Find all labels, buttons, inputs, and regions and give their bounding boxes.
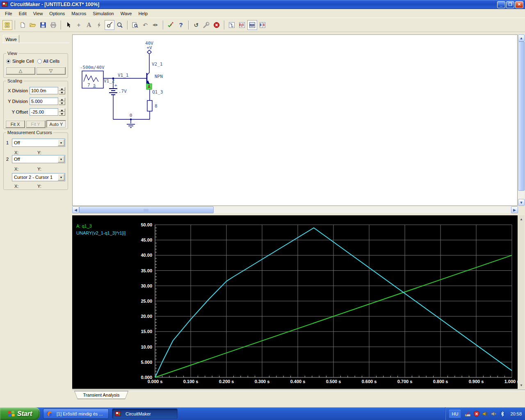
single-cell-radio[interactable] (6, 59, 11, 64)
auto-y-button[interactable]: Auto Y (46, 120, 66, 128)
volume-icon[interactable] (482, 411, 488, 417)
zoom-area-button[interactable] (130, 20, 140, 30)
cell-down-button[interactable]: ▽ (36, 67, 66, 75)
y-offset-label: Y Offset (5, 110, 30, 114)
scroll-up-arrow[interactable]: ▲ (518, 216, 525, 222)
spin-up-icon[interactable] (59, 87, 65, 91)
utilities-button[interactable] (201, 20, 211, 30)
text-tool-icon: A (87, 22, 91, 28)
plot-vertical-scrollbar[interactable]: ▲ ▼ (518, 215, 525, 389)
analog-scope-button[interactable] (247, 20, 257, 30)
schematic-canvas[interactable]: 40V +V V2_1 NPN A Q1_3 8 0 -500m/40V 7 s… (72, 34, 518, 206)
parts-tool-button[interactable] (2, 20, 12, 30)
language-indicator[interactable]: HU (449, 410, 461, 418)
spin-down-icon[interactable] (59, 91, 65, 94)
scroll-down-arrow[interactable]: ▼ (518, 382, 525, 388)
scroll-left-arrow[interactable]: ◀ (72, 206, 79, 213)
tab-transient-analysis[interactable]: Transient Analysis (74, 391, 128, 399)
probe-tool-button[interactable] (105, 20, 114, 30)
security-shield-icon[interactable] (473, 411, 480, 417)
start-button[interactable]: Start (0, 407, 40, 420)
help-button[interactable]: ? (176, 20, 186, 30)
cursors-caption: Measurement Cursors (6, 130, 53, 135)
menu-wave[interactable]: Wave (117, 10, 135, 17)
probe-setup-button[interactable] (227, 20, 237, 30)
scroll-up-arrow[interactable]: ▲ (518, 34, 525, 41)
menu-file[interactable]: File (2, 10, 16, 17)
firefox-icon (46, 411, 52, 417)
y-division-input[interactable] (30, 98, 58, 105)
cursor2-x-label: X: (14, 167, 18, 171)
new-document-button[interactable] (18, 20, 27, 30)
trace-legend-cyan[interactable]: UNARY(v2_1-q1_3)*r1[i] (76, 231, 126, 235)
cursor1-select[interactable]: Off ▼ (12, 139, 65, 147)
circuit-horizontal-scrollbar[interactable]: ◀ ▶ (72, 206, 518, 213)
close-button[interactable]: ✕ (515, 1, 523, 8)
text-tool-button[interactable]: A (84, 20, 94, 30)
plus-tool-button[interactable]: + (74, 20, 84, 30)
mixed-scope-button[interactable] (258, 20, 267, 30)
bluetooth-icon[interactable] (499, 411, 506, 417)
menu-help[interactable]: Help (135, 10, 151, 17)
taskbar-item-firefox[interactable]: [1] Erősítő mindig és ... (43, 409, 109, 419)
x-tick-label: 0.900 s (469, 379, 484, 384)
horizontal-scroll-thumb[interactable] (79, 206, 214, 213)
circuit-vertical-scrollbar[interactable]: ▲ ▼ (518, 34, 525, 206)
spin-up-icon[interactable] (59, 108, 65, 112)
menu-macros[interactable]: Macros (68, 10, 89, 17)
print-button[interactable] (48, 20, 58, 30)
restore-button[interactable]: ❐ (506, 1, 514, 8)
spin-up-icon[interactable] (59, 98, 65, 101)
ground-net-label: 0 (130, 113, 132, 118)
menu-options[interactable]: Options (46, 10, 68, 17)
y-tick-label: 15.00 (141, 329, 152, 334)
y-offset-input[interactable] (30, 108, 58, 116)
fit-x-button[interactable]: Fit X (5, 120, 25, 128)
scroll-down-arrow[interactable]: ▼ (518, 199, 525, 206)
menu-view[interactable]: View (30, 10, 46, 17)
cell-up-button[interactable]: △ (6, 67, 35, 75)
stop-simulation-button[interactable] (212, 20, 221, 30)
audio-device-icon[interactable] (491, 411, 497, 417)
reset-button[interactable]: ↺ (191, 20, 201, 30)
rotate-button[interactable]: ↶ (140, 20, 150, 30)
fit-y-button[interactable]: Fit Y (26, 120, 46, 128)
y-tick-label: 45.00 (141, 237, 152, 242)
digital-scope-button[interactable] (237, 20, 247, 30)
cursor2-select[interactable]: Off ▼ (12, 155, 65, 163)
menu-edit[interactable]: Edit (16, 10, 30, 17)
vertical-scroll-thumb[interactable] (518, 41, 525, 191)
view-caption: View (6, 51, 18, 56)
chevron-down-icon[interactable]: ▼ (58, 174, 64, 180)
save-button[interactable] (38, 20, 48, 30)
menu-simulation[interactable]: Simulation (89, 10, 117, 17)
open-file-button[interactable] (28, 20, 38, 30)
waveform-plot[interactable]: A: q1_3 UNARY(v2_1-q1_3)*r1[i] 0.0005.00… (72, 215, 518, 389)
magnifier-icon (116, 22, 123, 28)
taskbar-item-circuitmaker[interactable]: CircuitMaker (112, 409, 178, 419)
chevron-down-icon[interactable]: ▼ (58, 139, 64, 146)
all-cells-radio[interactable] (37, 59, 42, 64)
cursor-diff-select[interactable]: Cursor 2 - Cursor 1 ▼ (12, 173, 65, 181)
tab-wave[interactable]: Wave (3, 35, 19, 43)
select-arrow-button[interactable] (64, 20, 73, 30)
wire-tool-button[interactable] (94, 20, 104, 30)
split-view-button[interactable]: ◀▶ (151, 20, 160, 30)
minimize-button[interactable]: _ (497, 1, 505, 8)
open-folder-icon (30, 22, 36, 28)
chevron-down-icon[interactable]: ▼ (58, 156, 64, 162)
tab-row-divider (72, 390, 525, 391)
waveform-chart[interactable]: 0.0005.00010.0015.0020.0025.0030.0035.00… (72, 215, 518, 389)
spin-down-icon[interactable] (59, 101, 65, 105)
pen-tablet-icon[interactable] (465, 411, 471, 417)
cursor1-y-label: Y: (37, 150, 41, 155)
windows-flag-icon (7, 410, 16, 418)
spin-down-icon[interactable] (59, 112, 65, 116)
x-division-input[interactable] (30, 87, 58, 94)
scroll-right-arrow[interactable]: ▶ (511, 206, 518, 213)
source-period-label: 7 (87, 82, 90, 88)
trace-legend-green[interactable]: A: q1_3 (76, 224, 92, 228)
edit-check-button[interactable] (166, 20, 176, 30)
zoom-tool-button[interactable] (115, 20, 125, 30)
new-document-icon (19, 22, 26, 28)
